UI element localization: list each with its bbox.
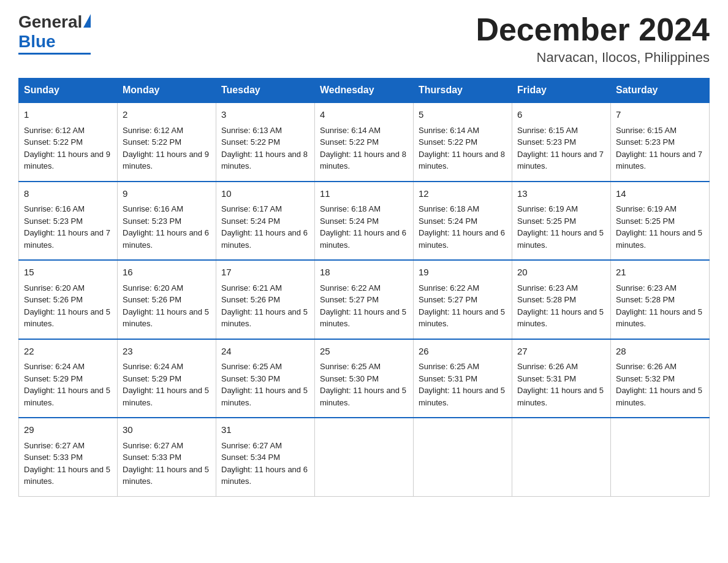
day-number: 20 — [517, 266, 605, 280]
table-row: 1 Sunrise: 6:12 AM Sunset: 5:22 PM Dayli… — [19, 102, 118, 182]
day-number: 5 — [419, 108, 507, 122]
day-number: 1 — [24, 108, 112, 122]
sunrise-label: Sunrise: 6:24 AM — [123, 362, 183, 371]
day-number: 16 — [123, 266, 211, 280]
sunrise-label: Sunrise: 6:13 AM — [221, 126, 282, 135]
table-row: 14 Sunrise: 6:19 AM Sunset: 5:25 PM Dayl… — [611, 182, 710, 261]
sunrise-label: Sunrise: 6:22 AM — [320, 283, 381, 293]
day-number: 28 — [616, 345, 704, 359]
daylight-label: Daylight: 11 hours and 5 minutes. — [517, 386, 604, 407]
sunrise-label: Sunrise: 6:16 AM — [123, 204, 183, 213]
table-row: 18 Sunrise: 6:22 AM Sunset: 5:27 PM Dayl… — [315, 260, 414, 339]
sunset-label: Sunset: 5:27 PM — [320, 295, 379, 304]
day-number: 7 — [616, 108, 704, 122]
col-wednesday: Wednesday — [315, 79, 414, 103]
calendar-week-3: 15 Sunrise: 6:20 AM Sunset: 5:26 PM Dayl… — [19, 260, 710, 339]
day-number: 24 — [221, 345, 309, 359]
daylight-label: Daylight: 11 hours and 5 minutes. — [320, 386, 406, 407]
table-row: 5 Sunrise: 6:14 AM Sunset: 5:22 PM Dayli… — [414, 102, 512, 182]
daylight-label: Daylight: 11 hours and 5 minutes. — [616, 307, 702, 329]
daylight-label: Daylight: 11 hours and 6 minutes. — [320, 228, 406, 250]
calendar-week-1: 1 Sunrise: 6:12 AM Sunset: 5:22 PM Dayli… — [19, 102, 710, 182]
logo: General Blue — [18, 12, 91, 55]
table-row: 21 Sunrise: 6:23 AM Sunset: 5:28 PM Dayl… — [611, 260, 710, 339]
page-header: General Blue December 2024 Narvacan, Ilo… — [18, 12, 710, 66]
daylight-label: Daylight: 11 hours and 7 minutes. — [616, 150, 702, 171]
sunrise-label: Sunrise: 6:25 AM — [419, 362, 479, 371]
day-number: 17 — [221, 266, 309, 280]
day-number: 26 — [419, 345, 507, 359]
sunrise-label: Sunrise: 6:27 AM — [24, 441, 85, 450]
sunrise-label: Sunrise: 6:21 AM — [221, 283, 282, 293]
col-thursday: Thursday — [414, 79, 512, 103]
sunset-label: Sunset: 5:24 PM — [221, 216, 280, 226]
table-row: 26 Sunrise: 6:25 AM Sunset: 5:31 PM Dayl… — [414, 339, 512, 418]
calendar-week-2: 8 Sunrise: 6:16 AM Sunset: 5:23 PM Dayli… — [19, 182, 710, 261]
sunset-label: Sunset: 5:23 PM — [517, 137, 576, 147]
sunset-label: Sunset: 5:22 PM — [320, 137, 379, 147]
sunrise-label: Sunrise: 6:27 AM — [123, 441, 183, 450]
sunset-label: Sunset: 5:25 PM — [517, 216, 576, 226]
daylight-label: Daylight: 11 hours and 5 minutes. — [419, 386, 505, 407]
day-number: 15 — [24, 266, 112, 280]
day-number: 23 — [123, 345, 211, 359]
day-number: 29 — [24, 423, 112, 437]
daylight-label: Daylight: 11 hours and 5 minutes. — [221, 307, 308, 329]
sunset-label: Sunset: 5:22 PM — [419, 137, 477, 147]
daylight-label: Daylight: 11 hours and 6 minutes. — [123, 228, 209, 250]
daylight-label: Daylight: 11 hours and 5 minutes. — [616, 386, 702, 407]
daylight-label: Daylight: 11 hours and 9 minutes. — [24, 150, 110, 171]
table-row: 27 Sunrise: 6:26 AM Sunset: 5:31 PM Dayl… — [512, 339, 611, 418]
sunset-label: Sunset: 5:26 PM — [123, 295, 181, 304]
month-title: December 2024 — [476, 12, 710, 47]
sunrise-label: Sunrise: 6:23 AM — [616, 283, 677, 293]
sunrise-label: Sunrise: 6:15 AM — [517, 126, 578, 135]
table-row: 13 Sunrise: 6:19 AM Sunset: 5:25 PM Dayl… — [512, 182, 611, 261]
table-row: 16 Sunrise: 6:20 AM Sunset: 5:26 PM Dayl… — [118, 260, 216, 339]
sunrise-label: Sunrise: 6:14 AM — [419, 126, 479, 135]
table-row: 31 Sunrise: 6:27 AM Sunset: 5:34 PM Dayl… — [216, 418, 315, 496]
day-number: 2 — [123, 108, 211, 122]
sunset-label: Sunset: 5:31 PM — [419, 374, 477, 383]
table-row — [611, 418, 710, 496]
daylight-label: Daylight: 11 hours and 8 minutes. — [221, 150, 308, 171]
day-number: 30 — [123, 423, 211, 437]
logo-blue-text: Blue — [18, 32, 56, 52]
table-row: 7 Sunrise: 6:15 AM Sunset: 5:23 PM Dayli… — [611, 102, 710, 182]
sunset-label: Sunset: 5:28 PM — [616, 295, 675, 304]
daylight-label: Daylight: 11 hours and 5 minutes. — [517, 228, 604, 250]
sunset-label: Sunset: 5:28 PM — [517, 295, 576, 304]
calendar-week-5: 29 Sunrise: 6:27 AM Sunset: 5:33 PM Dayl… — [19, 418, 710, 496]
table-row: 2 Sunrise: 6:12 AM Sunset: 5:22 PM Dayli… — [118, 102, 216, 182]
sunrise-label: Sunrise: 6:18 AM — [419, 204, 479, 213]
calendar-table: Sunday Monday Tuesday Wednesday Thursday… — [18, 78, 710, 497]
col-tuesday: Tuesday — [216, 79, 315, 103]
daylight-label: Daylight: 11 hours and 8 minutes. — [419, 150, 505, 171]
table-row: 24 Sunrise: 6:25 AM Sunset: 5:30 PM Dayl… — [216, 339, 315, 418]
sunset-label: Sunset: 5:29 PM — [123, 374, 181, 383]
table-row: 8 Sunrise: 6:16 AM Sunset: 5:23 PM Dayli… — [19, 182, 118, 261]
table-row: 6 Sunrise: 6:15 AM Sunset: 5:23 PM Dayli… — [512, 102, 611, 182]
table-row: 25 Sunrise: 6:25 AM Sunset: 5:30 PM Dayl… — [315, 339, 414, 418]
sunrise-label: Sunrise: 6:19 AM — [616, 204, 677, 213]
sunset-label: Sunset: 5:33 PM — [24, 453, 83, 462]
day-number: 3 — [221, 108, 309, 122]
table-row: 10 Sunrise: 6:17 AM Sunset: 5:24 PM Dayl… — [216, 182, 315, 261]
table-row: 28 Sunrise: 6:26 AM Sunset: 5:32 PM Dayl… — [611, 339, 710, 418]
daylight-label: Daylight: 11 hours and 5 minutes. — [517, 307, 604, 329]
table-row: 3 Sunrise: 6:13 AM Sunset: 5:22 PM Dayli… — [216, 102, 315, 182]
daylight-label: Daylight: 11 hours and 5 minutes. — [320, 307, 406, 329]
sunrise-label: Sunrise: 6:17 AM — [221, 204, 282, 213]
sunset-label: Sunset: 5:26 PM — [221, 295, 280, 304]
sunset-label: Sunset: 5:33 PM — [123, 453, 181, 462]
col-monday: Monday — [118, 79, 216, 103]
table-row: 29 Sunrise: 6:27 AM Sunset: 5:33 PM Dayl… — [19, 418, 118, 496]
sunset-label: Sunset: 5:24 PM — [320, 216, 379, 226]
table-row — [512, 418, 611, 496]
logo-triangle-icon — [83, 14, 91, 28]
daylight-label: Daylight: 11 hours and 7 minutes. — [517, 150, 604, 171]
sunrise-label: Sunrise: 6:18 AM — [320, 204, 381, 213]
day-number: 21 — [616, 266, 704, 280]
sunrise-label: Sunrise: 6:15 AM — [616, 126, 677, 135]
day-number: 18 — [320, 266, 408, 280]
